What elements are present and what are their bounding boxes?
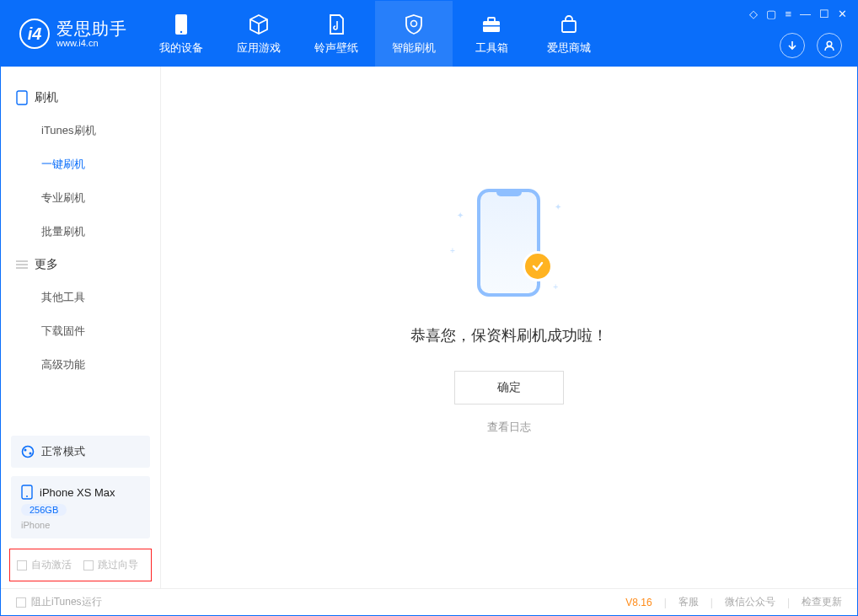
app-name: 爱思助手	[56, 19, 127, 38]
success-check-icon	[523, 251, 553, 281]
device-type: iPhone	[21, 520, 140, 530]
header-action-buttons	[780, 33, 842, 58]
tab-toolbox[interactable]: 工具箱	[453, 1, 530, 67]
main-content: ✦ + ✦ + 恭喜您，保资料刷机成功啦！ 确定 查看日志	[161, 67, 857, 588]
app-header: i4 爱思助手 www.i4.cn 我的设备 应用游戏 铃声壁纸 智能刷机 工具…	[1, 1, 857, 67]
sidebar-item-download-firmware[interactable]: 下载固件	[1, 314, 160, 348]
device-panel: 正常模式 iPhone XS Max 256GB iPhone	[11, 436, 150, 538]
skin-icon[interactable]: ▢	[766, 8, 776, 20]
logo-area: i4 爱思助手 www.i4.cn	[1, 19, 142, 49]
logo-text: 爱思助手 www.i4.cn	[56, 19, 127, 48]
device-card[interactable]: iPhone XS Max 256GB iPhone	[11, 476, 150, 538]
shield-icon	[401, 12, 426, 37]
sidebar-section-flash: 刷机	[1, 82, 160, 114]
device-icon	[169, 12, 194, 37]
checkbox-block-itunes[interactable]: 阻止iTunes运行	[16, 595, 102, 609]
wechat-link[interactable]: 微信公众号	[725, 595, 775, 609]
maximize-button[interactable]: ☐	[819, 8, 829, 20]
window-controls: ◇ ▢ ≡ — ☐ ✕	[749, 8, 847, 20]
store-icon	[556, 12, 582, 37]
footer-right: V8.16 | 客服 | 微信公众号 | 检查更新	[625, 595, 842, 609]
mode-icon	[21, 445, 35, 458]
minimize-button[interactable]: —	[800, 8, 811, 20]
tab-store[interactable]: 爱思商城	[530, 1, 608, 67]
sidebar-section-more: 更多	[1, 249, 160, 281]
download-button[interactable]	[780, 33, 805, 58]
nav-tabs: 我的设备 应用游戏 铃声壁纸 智能刷机 工具箱 爱思商城	[142, 1, 608, 67]
footer: 阻止iTunes运行 V8.16 | 客服 | 微信公众号 | 检查更新	[1, 588, 857, 615]
device-mode-label: 正常模式	[41, 444, 85, 459]
svg-point-13	[24, 449, 27, 452]
device-phone-icon	[21, 485, 33, 500]
music-file-icon	[324, 12, 349, 37]
more-icon	[16, 259, 28, 271]
tab-ringtones-wallpapers[interactable]: 铃声壁纸	[298, 1, 375, 67]
svg-rect-5	[483, 25, 500, 27]
phone-small-icon	[16, 90, 28, 105]
sidebar-item-pro-flash[interactable]: 专业刷机	[1, 181, 160, 215]
svg-point-16	[26, 495, 28, 497]
ok-button[interactable]: 确定	[454, 371, 564, 404]
body-area: 刷机 iTunes刷机 一键刷机 专业刷机 批量刷机 更多 其他工具 下载固件 …	[1, 67, 857, 588]
tab-my-device[interactable]: 我的设备	[142, 1, 220, 67]
sidebar-item-itunes-flash[interactable]: iTunes刷机	[1, 114, 160, 147]
customer-service-link[interactable]: 客服	[678, 595, 699, 609]
device-mode-row[interactable]: 正常模式	[11, 436, 150, 468]
success-message: 恭喜您，保资料刷机成功啦！	[410, 325, 608, 345]
checkbox-skip-wizard[interactable]: 跳过向导	[83, 558, 138, 572]
options-highlight-box: 自动激活 跳过向导	[9, 549, 152, 581]
svg-point-7	[827, 41, 832, 46]
toolbox-icon	[479, 12, 504, 37]
tab-smart-flash[interactable]: 智能刷机	[375, 1, 453, 67]
sidebar-item-other-tools[interactable]: 其他工具	[1, 281, 160, 314]
svg-point-1	[180, 31, 182, 33]
menu-icon[interactable]: ≡	[785, 8, 791, 20]
checkbox-auto-activate[interactable]: 自动激活	[17, 558, 72, 572]
feedback-icon[interactable]: ◇	[749, 8, 758, 20]
view-log-link[interactable]: 查看日志	[487, 420, 531, 435]
sidebar-item-advanced[interactable]: 高级功能	[1, 348, 160, 382]
cube-icon	[246, 12, 271, 37]
sidebar: 刷机 iTunes刷机 一键刷机 专业刷机 批量刷机 更多 其他工具 下载固件 …	[1, 67, 161, 588]
app-logo-icon: i4	[19, 19, 50, 49]
sidebar-item-batch-flash[interactable]: 批量刷机	[1, 215, 160, 249]
sidebar-item-oneclick-flash[interactable]: 一键刷机	[1, 147, 160, 181]
success-illustration: ✦ + ✦ +	[442, 187, 576, 305]
check-update-link[interactable]: 检查更新	[802, 595, 842, 609]
svg-point-2	[411, 21, 417, 27]
svg-rect-4	[488, 18, 495, 22]
svg-point-14	[29, 453, 32, 455]
tab-apps-games[interactable]: 应用游戏	[220, 1, 298, 67]
checkbox-icon	[83, 560, 94, 570]
device-capacity: 256GB	[21, 504, 67, 516]
user-button[interactable]	[817, 33, 842, 58]
version-label: V8.16	[625, 597, 652, 608]
device-name-row: iPhone XS Max	[21, 485, 140, 500]
close-button[interactable]: ✕	[838, 8, 847, 20]
svg-rect-8	[17, 91, 27, 104]
svg-rect-6	[562, 21, 576, 32]
svg-point-12	[23, 447, 34, 458]
app-url: www.i4.cn	[56, 38, 127, 48]
checkbox-icon	[16, 597, 26, 608]
checkbox-icon	[17, 560, 27, 570]
